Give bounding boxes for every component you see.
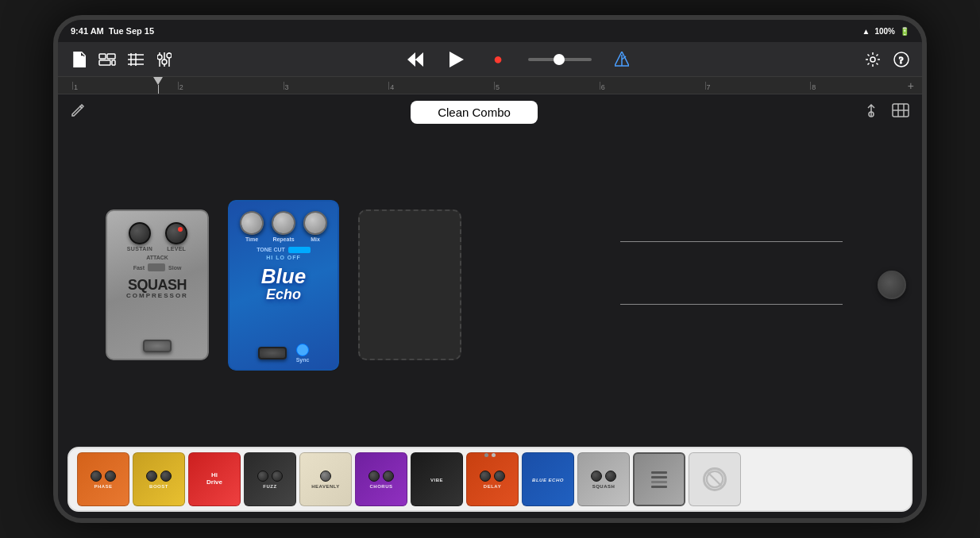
shelf-pedal-delay[interactable]: Delay bbox=[466, 452, 519, 506]
echo-footswitch[interactable] bbox=[258, 347, 287, 359]
repeats-knob-cap bbox=[270, 209, 298, 236]
shelf-dot-1 bbox=[484, 453, 488, 457]
shelf-pedal-chorus-inner: Chorus bbox=[356, 453, 407, 505]
home-button[interactable] bbox=[878, 271, 906, 299]
empty-pedal-slot[interactable] bbox=[358, 209, 461, 360]
repeats-knob[interactable]: Repeats bbox=[272, 211, 295, 242]
attack-toggle[interactable] bbox=[148, 263, 165, 271]
pedalboard-header-right bbox=[863, 103, 909, 121]
mix-knob-cap bbox=[303, 209, 329, 236]
time-knob[interactable]: Time bbox=[240, 211, 264, 242]
dark-knob-2 bbox=[272, 471, 283, 482]
pedal-shelf: Phase Boost HiDrive bbox=[68, 447, 912, 512]
sync-label: Sync bbox=[296, 357, 310, 363]
chorus-label: Chorus bbox=[369, 484, 392, 489]
shelf-pedal-squash[interactable]: SQUASH bbox=[577, 452, 630, 506]
fastslide-row: Fast Slow bbox=[133, 263, 182, 271]
ruler-mark-4: 4 bbox=[388, 82, 494, 90]
echo-foot-row: Sync bbox=[258, 344, 310, 363]
ruler-mark-2: 2 bbox=[178, 82, 284, 90]
status-left: 9:41 AM Tue Sep 15 bbox=[71, 26, 154, 36]
svg-point-14 bbox=[167, 53, 172, 58]
shelf-pedal-fuzz[interactable]: HiDrive bbox=[188, 452, 241, 506]
squash-knob-row: SUSTAIN LEVEL bbox=[127, 222, 187, 252]
sync-button[interactable]: Sync bbox=[296, 344, 310, 363]
shelf-pedal-chorus[interactable]: Chorus bbox=[355, 452, 407, 506]
document-icon[interactable] bbox=[68, 48, 90, 71]
volume-slider[interactable] bbox=[528, 58, 592, 61]
play-button[interactable] bbox=[446, 48, 468, 71]
ruler: 1 2 3 4 5 6 7 8 + bbox=[58, 77, 922, 94]
squash-footswitch[interactable] bbox=[143, 340, 172, 352]
phase-knob-2 bbox=[105, 471, 116, 482]
tracks-icon[interactable] bbox=[96, 48, 118, 71]
wifi-icon: ▲ bbox=[862, 27, 870, 36]
blueecho-shelf-label: Blue Echo bbox=[532, 478, 564, 482]
blueecho-pedal[interactable]: Time Repeats Mix bbox=[228, 200, 339, 371]
heavenly-label: Heavenly bbox=[311, 484, 340, 489]
mixer-icon[interactable] bbox=[153, 48, 176, 71]
tonecut-row: TONE CUT bbox=[257, 247, 311, 253]
echo-echo-text: Echo bbox=[261, 287, 306, 303]
svg-rect-1 bbox=[107, 54, 115, 59]
list-icon[interactable] bbox=[125, 48, 147, 71]
mix-knob[interactable]: Mix bbox=[303, 211, 327, 242]
blueecho-name: Blue Echo bbox=[261, 265, 306, 303]
sustain-knob-cap bbox=[129, 222, 151, 244]
shelf-pedal-vibe[interactable]: Vibe bbox=[411, 452, 463, 506]
help-button[interactable]: ? bbox=[890, 48, 912, 71]
date-display: Tue Sep 15 bbox=[109, 26, 154, 36]
sustain-knob[interactable]: SUSTAIN bbox=[127, 222, 152, 252]
chorus-knob-row bbox=[368, 470, 395, 482]
time-display: 9:41 AM bbox=[71, 26, 104, 36]
echo-knob-row: Time Repeats Mix bbox=[240, 211, 327, 242]
svg-rect-3 bbox=[112, 60, 115, 65]
dark-label: FUZZ bbox=[263, 484, 276, 489]
ruler-add-button[interactable]: + bbox=[908, 79, 914, 92]
tuner-icon[interactable] bbox=[863, 103, 879, 121]
squash-shelf-knob-1 bbox=[591, 471, 602, 482]
delay-knob-1 bbox=[480, 471, 491, 482]
main-area: Clean Combo bbox=[58, 94, 922, 518]
slow-label: Slow bbox=[168, 265, 181, 271]
vibe-label: Vibe bbox=[430, 478, 443, 482]
status-bar: 9:41 AM Tue Sep 15 ▲ 100% 🔋 bbox=[58, 20, 922, 42]
preset-name-button[interactable]: Clean Combo bbox=[411, 101, 538, 124]
status-right: ▲ 100% 🔋 bbox=[862, 27, 909, 36]
ruler-mark-3: 3 bbox=[284, 82, 389, 90]
shelf-pedal-heavenly[interactable]: Heavenly bbox=[299, 452, 352, 506]
rewind-button[interactable] bbox=[404, 48, 426, 71]
phase-knob-1 bbox=[91, 471, 102, 482]
shelf-pedal-drive[interactable]: Boost bbox=[133, 452, 185, 506]
shelf-pedal-dark[interactable]: FUZZ bbox=[244, 452, 296, 506]
shelf-pedal-fuzz-inner: HiDrive bbox=[189, 453, 240, 505]
settings-button[interactable] bbox=[862, 48, 884, 71]
svg-rect-2 bbox=[99, 60, 110, 65]
tonecut-switch[interactable] bbox=[288, 247, 311, 253]
metronome-icon[interactable] bbox=[611, 48, 633, 71]
delay-knob-2 bbox=[494, 471, 505, 482]
level-knob[interactable]: LEVEL bbox=[165, 222, 187, 252]
shelf-pedal-active-inner bbox=[635, 454, 684, 505]
svg-rect-0 bbox=[99, 54, 106, 59]
shelf-pedal-disabled[interactable] bbox=[689, 452, 741, 506]
dark-knob-row bbox=[257, 470, 284, 482]
shelf-pedal-phase[interactable]: Phase bbox=[77, 452, 129, 506]
edit-pencil-button[interactable] bbox=[71, 103, 85, 121]
shelf-pedal-heavenly-inner: Heavenly bbox=[300, 453, 351, 505]
level-knob-cap bbox=[165, 222, 187, 244]
shelf-pedal-blueecho[interactable]: Blue Echo bbox=[522, 452, 574, 506]
level-label: LEVEL bbox=[167, 246, 186, 252]
record-button[interactable]: ● bbox=[487, 48, 509, 71]
squash-shelf-label: SQUASH bbox=[592, 484, 615, 489]
pedalboard-grid-icon[interactable] bbox=[892, 103, 909, 121]
volume-thumb bbox=[554, 54, 565, 65]
dark-knob-1 bbox=[257, 471, 268, 482]
shelf-pedal-vibe-inner: Vibe bbox=[411, 453, 462, 505]
chorus-knob-1 bbox=[368, 471, 380, 482]
ipad-frame: 9:41 AM Tue Sep 15 ▲ 100% 🔋 bbox=[53, 15, 927, 523]
ruler-mark-8: 8 bbox=[810, 82, 916, 90]
repeats-label: Repeats bbox=[272, 236, 294, 242]
squash-pedal[interactable]: SUSTAIN LEVEL ATTACK Fast bbox=[106, 209, 209, 360]
shelf-pedal-active[interactable] bbox=[633, 452, 685, 506]
